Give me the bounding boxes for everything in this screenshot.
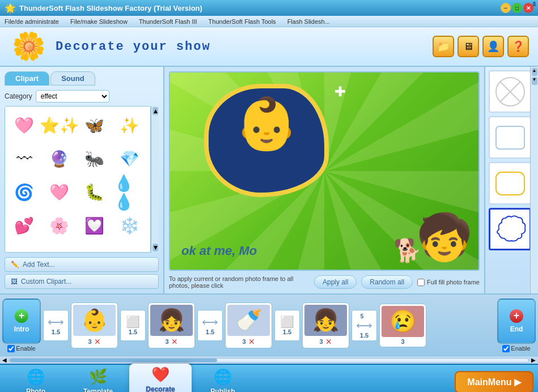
screen-button[interactable]: 🖥: [457, 36, 479, 57]
slide-item-4[interactable]: 👧 3 ✕: [302, 302, 349, 348]
intro-enable-label[interactable]: Enable: [16, 345, 35, 352]
nav-photo[interactable]: 🌐 Photo: [5, 366, 67, 392]
scroll-track[interactable]: [9, 358, 529, 363]
intro-enable-checkbox[interactable]: [7, 345, 15, 352]
end-enable-label[interactable]: Enable: [511, 345, 530, 352]
menu-item-file[interactable]: File/de administrate: [2, 18, 61, 25]
intro-plus-icon: +: [15, 309, 28, 323]
end-enable-checkbox[interactable]: [502, 345, 510, 352]
help-button[interactable]: ❓: [507, 36, 529, 57]
slide-item-3[interactable]: 🍼 3 ✕: [225, 302, 272, 348]
right-panel-scrollbar[interactable]: ▲ ▼: [530, 67, 538, 293]
open-folder-button[interactable]: 📁: [433, 36, 454, 57]
frame-item-2[interactable]: [489, 116, 530, 159]
slide-thumb-2: 👧: [150, 305, 193, 336]
tab-sound[interactable]: Sound: [50, 71, 95, 86]
full-fill-checkbox[interactable]: [417, 279, 425, 286]
end-plus-icon: +: [510, 309, 523, 323]
user-button[interactable]: 👤: [482, 36, 504, 57]
clipart-drops[interactable]: 💧💧: [114, 177, 145, 208]
scroll-left-btn[interactable]: ◀: [2, 357, 7, 363]
custom-clipart-button[interactable]: 🖼 Custom Clipart...: [5, 274, 159, 289]
frame-item-1[interactable]: [489, 70, 530, 113]
menu-item-make[interactable]: File/make Slideshow: [68, 18, 130, 25]
slide-transition-1[interactable]: ⟷ 1.5: [43, 310, 69, 341]
clipart-stars[interactable]: ⭐✨: [44, 110, 75, 141]
apply-all-button[interactable]: Apply all: [314, 275, 357, 289]
slide-footer-1: 3 ✕: [88, 337, 100, 346]
clipart-bug[interactable]: 🐛: [79, 177, 110, 208]
clipart-wave2[interactable]: ∿∿: [44, 244, 75, 253]
slide-item-1[interactable]: 👶 3 ✕: [71, 302, 118, 348]
scroll-right-btn[interactable]: ▶: [531, 357, 536, 363]
clipart-sparkle[interactable]: ✨: [114, 110, 145, 141]
clipart-scrollbar[interactable]: ▲ ▼: [151, 106, 159, 253]
maximize-button[interactable]: □: [512, 3, 522, 13]
clipart-flower-ball[interactable]: 🌸: [44, 210, 75, 241]
preview-area: 👶 🧒 🐕 ✚ ok at me, Mo: [169, 71, 480, 271]
nav-template[interactable]: 🌿 Template: [67, 366, 129, 392]
nav-decorate[interactable]: ❤️ Decorate: [129, 364, 192, 392]
slide-dur-3: 1.5: [206, 329, 214, 335]
frame-item-4[interactable]: [489, 208, 530, 250]
minimize-button[interactable]: −: [501, 3, 511, 13]
slide-transition-4[interactable]: 4 ⬜ 1.5: [274, 310, 300, 341]
clipart-pink-heart[interactable]: 🩷: [9, 110, 40, 141]
slide-delete-3[interactable]: ✕: [248, 337, 255, 346]
slide-transition-5[interactable]: 5 ⟷ 1.5: [351, 310, 377, 341]
clipart-ball[interactable]: 🩷: [44, 177, 75, 208]
transition-icon-5: ⟷: [356, 318, 372, 332]
intro-section: + Intro Enable: [2, 299, 41, 352]
slide-delete-1[interactable]: ✕: [94, 337, 101, 346]
scroll-thumb[interactable]: [10, 359, 217, 362]
action-row: To apply current or random photo frame t…: [169, 275, 480, 289]
nav-publish[interactable]: 🌐 Publish: [192, 366, 254, 392]
full-fill-label[interactable]: Full fill photo frame: [427, 279, 480, 286]
slide-item-5[interactable]: 😢 3: [379, 304, 426, 347]
svg-rect-3: [496, 126, 524, 149]
slide-photo-4: 👧: [312, 308, 339, 333]
clipart-spiral[interactable]: 🌀: [9, 177, 40, 208]
menu-item-tools[interactable]: ThunderSoft Flash Tools: [206, 18, 278, 25]
slide-num-5: 5: [361, 313, 364, 319]
clipart-pink-orb[interactable]: 🔮: [44, 143, 75, 174]
clipart-ant[interactable]: 🐜: [79, 143, 110, 174]
random-all-button[interactable]: Random all: [361, 275, 413, 289]
add-text-label: Add Text...: [23, 261, 54, 269]
close-button[interactable]: ✕: [523, 3, 533, 13]
frame-circle-disabled: [493, 75, 527, 109]
end-button[interactable]: + End: [497, 299, 536, 344]
main-menu-button[interactable]: MainMenu ▶: [455, 371, 533, 393]
slide-delete-4[interactable]: ✕: [325, 337, 332, 346]
category-select[interactable]: effect nature animals: [36, 90, 109, 103]
logo: 🌼: [9, 29, 49, 63]
timeline-scrollbar[interactable]: ◀ ▶: [0, 356, 538, 364]
clipart-crystal[interactable]: 💎: [114, 143, 145, 174]
tab-clipart[interactable]: Clipart: [5, 71, 49, 86]
frame-item-3[interactable]: [489, 162, 530, 204]
add-text-button[interactable]: ✏️ Add Text...: [5, 257, 159, 272]
custom-clipart-label: Custom Clipart...: [21, 278, 71, 286]
clipart-empty2[interactable]: [114, 244, 145, 253]
end-enable-row: Enable: [502, 345, 530, 352]
timeline: + Intro Enable ⟷ 1.5 👶 3 ✕ 2 ⬜ 1.5 👧 3: [0, 293, 538, 356]
clipart-snowflake[interactable]: ❄️: [114, 210, 145, 241]
slide-delete-2[interactable]: ✕: [171, 337, 178, 346]
slide-transition-3[interactable]: 3 ⟷ 1.5: [197, 310, 223, 341]
clipart-swirl[interactable]: 〰: [9, 143, 40, 174]
slide-thumb-5: 😢: [382, 306, 424, 337]
help-icon: ❓: [512, 40, 524, 53]
slide-dur-4: 1.5: [283, 329, 291, 335]
clipart-small-heart[interactable]: 💕: [9, 210, 40, 241]
slide-item-2[interactable]: 👧 3 ✕: [148, 302, 195, 348]
menu-item-thunder[interactable]: ThunderSoft Flash III: [137, 18, 200, 25]
menu-item-flash[interactable]: Flash Slidesh...: [285, 18, 332, 25]
slide-transition-2[interactable]: 2 ⬜ 1.5: [120, 310, 146, 341]
clipart-wave1[interactable]: 〰〰: [9, 244, 40, 253]
window-title: ThunderSoft Flash Slideshow Factory (Tri…: [19, 4, 202, 12]
intro-button[interactable]: + Intro: [2, 299, 41, 344]
clipart-butterfly[interactable]: 🦋: [79, 110, 110, 141]
preview-image: 👶 🧒 🐕 ✚ ok at me, Mo: [170, 73, 478, 270]
clipart-heart-deco[interactable]: 💟: [79, 210, 110, 241]
clipart-empty1[interactable]: [79, 244, 110, 253]
